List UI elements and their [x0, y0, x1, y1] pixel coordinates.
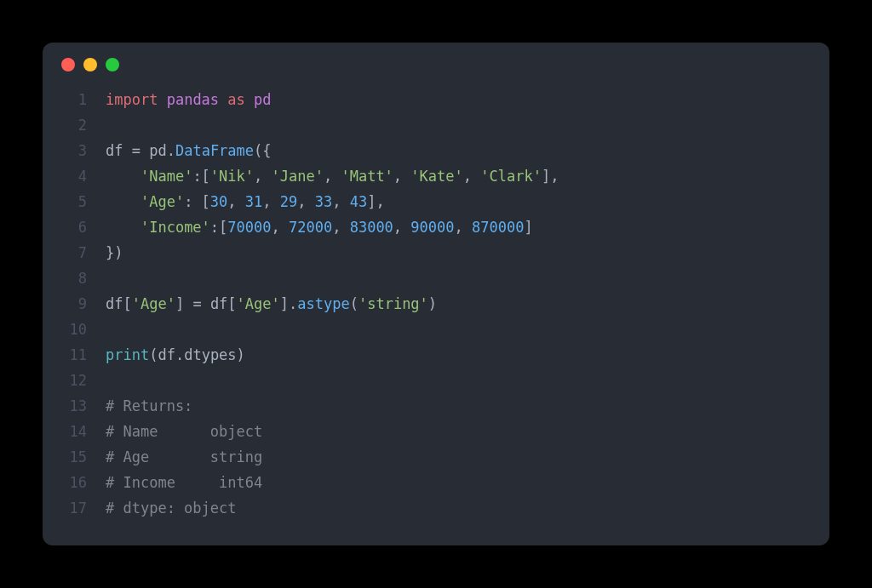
window-titlebar: [43, 43, 829, 82]
code-line: 1import pandas as pd: [43, 87, 829, 112]
line-number: 5: [43, 189, 106, 214]
code-line: 12: [43, 368, 829, 393]
code-line: 9df['Age'] = df['Age'].astype('string'): [43, 291, 829, 317]
line-number: 13: [43, 393, 106, 419]
code-line: 3df = pd.DataFrame({: [43, 138, 829, 163]
code-content: # Name object: [106, 419, 262, 444]
code-line: 13# Returns:: [43, 393, 829, 419]
code-line: 10: [43, 317, 829, 342]
code-content: # dtype: object: [106, 495, 237, 521]
code-content: print(df.dtypes): [106, 342, 245, 368]
close-icon[interactable]: [61, 58, 75, 71]
code-content: 'Income':[70000, 72000, 83000, 90000, 87…: [106, 214, 533, 240]
line-number: 15: [43, 444, 106, 470]
code-line: 2: [43, 112, 829, 138]
code-content: import pandas as pd: [106, 87, 272, 112]
code-window: 1import pandas as pd23df = pd.DataFrame(…: [43, 43, 829, 545]
code-content: # Age string: [106, 444, 262, 470]
minimize-icon[interactable]: [83, 58, 97, 71]
code-content: 'Age': [30, 31, 29, 33, 43],: [106, 189, 385, 214]
code-line: 4 'Name':['Nik', 'Jane', 'Matt', 'Kate',…: [43, 163, 829, 189]
code-content: # Income int64: [106, 470, 262, 495]
line-number: 4: [43, 163, 106, 189]
code-line: 11print(df.dtypes): [43, 342, 829, 368]
code-content: 'Name':['Nik', 'Jane', 'Matt', 'Kate', '…: [106, 163, 559, 189]
code-line: 14# Name object: [43, 419, 829, 444]
line-number: 6: [43, 214, 106, 240]
line-number: 9: [43, 291, 106, 317]
line-number: 7: [43, 240, 106, 265]
line-number: 14: [43, 419, 106, 444]
code-line: 7}): [43, 240, 829, 265]
line-number: 16: [43, 470, 106, 495]
line-number: 2: [43, 112, 106, 138]
code-line: 17# dtype: object: [43, 495, 829, 521]
code-line: 8: [43, 265, 829, 291]
line-number: 10: [43, 317, 106, 342]
code-line: 16# Income int64: [43, 470, 829, 495]
code-line: 5 'Age': [30, 31, 29, 33, 43],: [43, 189, 829, 214]
maximize-icon[interactable]: [106, 58, 119, 71]
line-number: 3: [43, 138, 106, 163]
code-content: df = pd.DataFrame({: [106, 138, 272, 163]
code-line: 15# Age string: [43, 444, 829, 470]
code-content: # Returns:: [106, 393, 192, 419]
line-number: 11: [43, 342, 106, 368]
line-number: 17: [43, 495, 106, 521]
line-number: 8: [43, 265, 106, 291]
code-area: 1import pandas as pd23df = pd.DataFrame(…: [43, 82, 829, 521]
line-number: 1: [43, 87, 106, 112]
code-line: 6 'Income':[70000, 72000, 83000, 90000, …: [43, 214, 829, 240]
line-number: 12: [43, 368, 106, 393]
code-content: }): [106, 240, 123, 265]
code-content: df['Age'] = df['Age'].astype('string'): [106, 291, 437, 317]
